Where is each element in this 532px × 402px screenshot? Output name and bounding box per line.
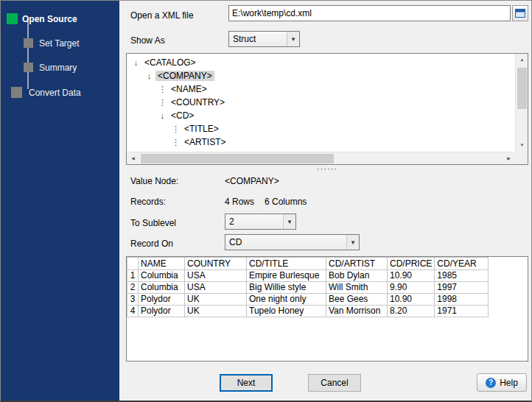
chevron-down-icon: ▾	[283, 214, 295, 229]
horizontal-scroll-thumb[interactable]	[141, 154, 334, 163]
tree-leaf-icon: ⋮	[158, 82, 167, 96]
tree-node[interactable]: ↓<CATALOG>	[127, 56, 514, 69]
records-rows-count: 4 Rows	[225, 197, 254, 207]
tree-vertical-scrollbar[interactable]: ▲ ▼	[515, 54, 528, 152]
cancel-button[interactable]: Cancel	[308, 374, 361, 392]
grid-column-header: CD/ARTIST	[326, 258, 388, 270]
step-indicator-convert-data	[11, 87, 22, 98]
tree-node-label: <TITLE>	[182, 124, 221, 134]
record-on-label: Record On	[130, 239, 173, 249]
row-number-cell: 3	[127, 294, 139, 306]
value-node-value: <COMPANY>	[225, 176, 279, 186]
vertical-scroll-thumb[interactable]	[517, 68, 527, 109]
tree-node[interactable]: ↓<CD>	[127, 109, 514, 122]
scroll-left-icon[interactable]: ◀	[127, 152, 139, 165]
grid-cell[interactable]: Van Morrison	[326, 306, 388, 317]
help-question-icon: ?	[486, 378, 496, 388]
table-row: 3PolydorUKOne night onlyBee Gees10.90199…	[127, 294, 489, 306]
scroll-up-icon[interactable]: ▲	[516, 54, 528, 66]
grid-cell[interactable]: Columbia	[139, 282, 185, 294]
grid-column-header: NAME	[139, 258, 185, 270]
grid-cell[interactable]: Tupelo Honey	[247, 306, 326, 317]
grid-cell[interactable]: Columbia	[139, 270, 185, 282]
records-columns-count: 6 Columns	[265, 197, 307, 207]
grid-corner-cell	[127, 258, 139, 270]
grid-cell[interactable]: 8.20	[388, 306, 435, 317]
grid-cell[interactable]: 1998	[435, 294, 489, 306]
grid-column-header: CD/YEAR	[435, 258, 489, 270]
chevron-down-icon: ▾	[346, 235, 359, 250]
tree-node[interactable]: ⋮<COUNTRY>	[127, 96, 514, 109]
grid-cell[interactable]: Polydor	[139, 294, 185, 306]
grid-cell[interactable]: UK	[185, 306, 247, 317]
tree-node[interactable]: ↓<COMPANY>	[127, 69, 514, 82]
record-on-select[interactable]: CD ▾	[225, 234, 360, 250]
wizard-steps-sidebar: Open Source Set Target Summary Convert D…	[1, 1, 119, 401]
grid-cell[interactable]: UK	[185, 294, 247, 306]
scroll-down-icon[interactable]: ▼	[516, 139, 528, 152]
to-sublevel-label: To Sublevel	[130, 218, 176, 228]
tree-node-label: <CATALOG>	[142, 57, 198, 68]
step-label-open-source: Open Source	[22, 14, 77, 24]
browse-icon	[515, 9, 525, 18]
tree-node[interactable]: ⋮<PRICE>	[127, 149, 514, 151]
help-button[interactable]: ? Help	[477, 373, 527, 392]
grid-cell[interactable]: Empire Burlesque	[247, 270, 326, 282]
tree-node[interactable]: ⋮<TITLE>	[127, 122, 514, 135]
tree-node-label: <COUNTRY>	[169, 97, 227, 107]
tree-branch-icon: ↓	[144, 69, 154, 82]
grid-cell[interactable]: Polydor	[139, 306, 185, 317]
browse-file-button[interactable]	[512, 5, 528, 21]
grid-cell[interactable]: Bob Dylan	[326, 270, 388, 282]
next-button[interactable]: Next	[220, 374, 273, 392]
grid-cell[interactable]: 1971	[435, 306, 489, 317]
tree-node-label: <COMPANY>	[155, 71, 214, 81]
grid-cell[interactable]: USA	[185, 282, 247, 294]
step-connector-line	[27, 18, 29, 89]
grid-cell[interactable]: 10.90	[388, 294, 435, 306]
record-on-value: CD	[225, 235, 346, 250]
grid-cell[interactable]: Big Willie style	[247, 282, 326, 294]
show-as-select[interactable]: Struct ▾	[228, 31, 300, 47]
tree-node[interactable]: ⋮<NAME>	[127, 82, 514, 96]
xml-tree-content: ↓<CATALOG>↓<COMPANY>⋮<NAME>⋮<COUNTRY>↓<C…	[127, 54, 514, 151]
tree-node-label: <NAME>	[169, 84, 209, 94]
grid-cell[interactable]: 9.90	[388, 282, 435, 294]
to-sublevel-value: 2	[225, 214, 283, 229]
show-as-label: Show As	[130, 35, 165, 46]
scroll-right-icon[interactable]: ▶	[503, 152, 515, 165]
row-number-cell: 1	[127, 270, 139, 282]
grid-cell[interactable]: 1985	[435, 270, 489, 282]
step-label-convert-data: Convert Data	[29, 88, 81, 98]
xml-convert-wizard-window: Open Source Set Target Summary Convert D…	[0, 0, 532, 402]
tree-horizontal-scrollbar[interactable]: ◀ ▶	[127, 152, 515, 164]
tree-node-label: <PRICE>	[182, 150, 224, 151]
to-sublevel-select[interactable]: 2 ▾	[225, 214, 296, 230]
row-number-cell: 4	[127, 306, 139, 317]
scrollbar-corner	[515, 152, 528, 164]
table-row: 1ColumbiaUSAEmpire BurlesqueBob Dylan10.…	[127, 270, 489, 282]
tree-leaf-icon: ⋮	[158, 96, 167, 109]
tree-node-label: <CD>	[169, 110, 196, 121]
tree-leaf-icon: ⋮	[171, 149, 181, 151]
open-xml-file-label: Open a XML file	[130, 10, 194, 21]
grid-cell[interactable]: USA	[185, 270, 247, 282]
row-number-cell: 2	[127, 282, 139, 294]
step-indicator-summary	[24, 63, 33, 72]
xml-file-path-input[interactable]	[228, 5, 511, 21]
tree-branch-icon: ↓	[158, 109, 167, 122]
splitter-grip-icon[interactable]: ······	[126, 166, 528, 173]
tree-node-label: <ARTIST>	[182, 137, 228, 147]
tree-node[interactable]: ⋮<ARTIST>	[127, 135, 514, 149]
xml-structure-tree: ↓<CATALOG>↓<COMPANY>⋮<NAME>⋮<COUNTRY>↓<C…	[126, 53, 528, 165]
grid-cell[interactable]: One night only	[247, 294, 326, 306]
grid-cell[interactable]: 10.90	[388, 270, 435, 282]
grid-cell[interactable]: Will Smith	[326, 282, 388, 294]
tree-leaf-icon: ⋮	[171, 122, 181, 135]
grid-cell[interactable]: Bee Gees	[326, 294, 388, 306]
step-label-set-target: Set Target	[39, 38, 79, 49]
tree-branch-icon: ↓	[131, 56, 141, 69]
grid-body: 1ColumbiaUSAEmpire BurlesqueBob Dylan10.…	[127, 270, 489, 317]
grid-cell[interactable]: 1997	[435, 282, 489, 294]
step-indicator-set-target	[24, 38, 33, 48]
